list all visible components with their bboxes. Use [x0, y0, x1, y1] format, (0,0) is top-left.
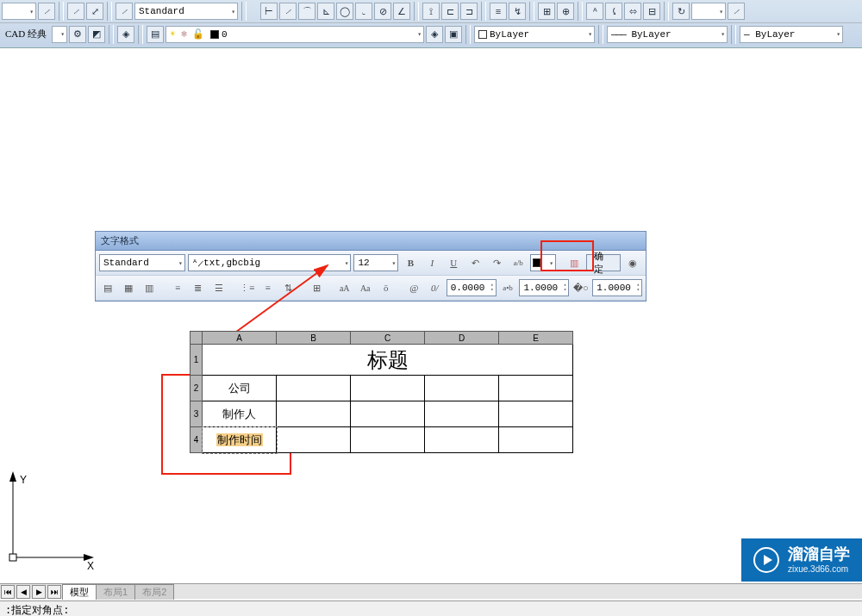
- tab-prev-icon[interactable]: ◀: [16, 585, 30, 599]
- tracking-icon[interactable]: a•b: [499, 278, 517, 297]
- dim-quick-icon[interactable]: ⟟: [422, 3, 440, 20]
- row-4[interactable]: 4: [191, 427, 203, 453]
- col-E[interactable]: E: [499, 332, 573, 345]
- col-D[interactable]: D: [425, 332, 499, 345]
- dim-override-icon[interactable]: ⟋: [728, 3, 745, 20]
- workspace-dropdown[interactable]: [52, 26, 67, 43]
- dim-diameter-icon[interactable]: ⊘: [374, 3, 391, 20]
- linetype-dropdown[interactable]: ——— ByLayer: [607, 26, 728, 43]
- lowercase-icon[interactable]: Aa: [356, 278, 374, 297]
- drawing-canvas[interactable]: [0, 52, 862, 585]
- width-factor-icon[interactable]: �○: [572, 278, 590, 297]
- ok-button[interactable]: 确定: [586, 254, 621, 271]
- tab-last-icon[interactable]: ⏭: [47, 585, 61, 599]
- cell-B2[interactable]: [277, 376, 351, 401]
- symbol-icon[interactable]: @: [405, 278, 423, 297]
- tab-model[interactable]: 模型: [62, 584, 97, 600]
- color-dropdown[interactable]: ByLayer: [474, 26, 595, 43]
- dim-style-2-icon[interactable]: ⟋: [67, 3, 84, 20]
- justify-right-icon[interactable]: ☰: [209, 278, 228, 297]
- row-3[interactable]: 3: [191, 401, 203, 427]
- text-style-dropdown[interactable]: Standard: [99, 254, 185, 271]
- justify-left-icon[interactable]: ≡: [169, 278, 187, 297]
- lineweight-dropdown[interactable]: — ByLayer: [740, 26, 843, 43]
- cell-D3[interactable]: [425, 401, 499, 427]
- ruler-icon[interactable]: ▥: [565, 253, 584, 272]
- dim-update-icon[interactable]: ↻: [672, 3, 690, 20]
- layer-dropdown[interactable]: ☀ ❄ 🔓 0: [166, 26, 424, 43]
- cell-D2[interactable]: [425, 376, 499, 401]
- command-line[interactable]: :指定对角点:: [0, 600, 862, 616]
- dim-radius-icon[interactable]: ◯: [336, 3, 353, 20]
- inspect-icon[interactable]: ᴬ: [586, 3, 603, 20]
- dim-angular-icon[interactable]: ∠: [393, 3, 410, 20]
- layer-previous-icon[interactable]: ◈: [426, 26, 443, 43]
- cell-D4[interactable]: [425, 427, 499, 453]
- title-cell[interactable]: 标题: [203, 345, 573, 376]
- dim-edit2-icon[interactable]: ⬄: [624, 3, 641, 20]
- layer-manager-icon[interactable]: ▤: [147, 26, 164, 43]
- linespace-icon[interactable]: ⇅: [279, 278, 297, 297]
- uppercase-icon[interactable]: aA: [335, 278, 353, 297]
- layer-iso-icon[interactable]: ▣: [445, 26, 462, 43]
- text-color-dropdown[interactable]: [530, 254, 556, 271]
- dim-baseline-icon[interactable]: ⊏: [441, 3, 459, 20]
- style-small-drop[interactable]: [2, 3, 36, 20]
- number-icon[interactable]: ≡: [259, 278, 277, 297]
- jog-line-icon[interactable]: ⤹: [605, 3, 622, 20]
- layer-states-icon[interactable]: ◈: [117, 26, 134, 43]
- dim-style-drop[interactable]: [691, 3, 726, 20]
- workspace-settings-icon[interactable]: ⚙: [69, 26, 86, 43]
- width-spin[interactable]: 1.0000: [592, 279, 642, 296]
- cell-C3[interactable]: [351, 401, 425, 427]
- dim-continue-icon[interactable]: ⊐: [460, 3, 478, 20]
- tab-layout1[interactable]: 布局1: [96, 584, 135, 600]
- bold-button[interactable]: B: [401, 253, 420, 272]
- col-B[interactable]: B: [277, 332, 351, 345]
- font-dropdown[interactable]: ᴬ̷ txt,gbcbig: [188, 254, 352, 271]
- workspace-gear-icon[interactable]: ◩: [88, 26, 105, 43]
- dim-linear-icon[interactable]: ⊢: [260, 3, 278, 20]
- stack-button[interactable]: a/b: [509, 253, 528, 272]
- overline-icon[interactable]: ō: [377, 278, 395, 297]
- dim-jogged-icon[interactable]: ⦦: [355, 3, 372, 20]
- oblique-spin[interactable]: 0.0000: [447, 279, 497, 296]
- tab-next-icon[interactable]: ▶: [32, 585, 46, 599]
- dim-break-icon[interactable]: ↯: [509, 3, 526, 20]
- dim-aligned-icon[interactable]: ⟋: [279, 3, 297, 20]
- dim-space-icon[interactable]: ≡: [490, 3, 507, 20]
- cell-E4[interactable]: [499, 427, 573, 453]
- cell-B4[interactable]: [277, 427, 351, 453]
- justify-center-icon[interactable]: ≣: [190, 278, 208, 297]
- cell-E3[interactable]: [499, 401, 573, 427]
- col-A[interactable]: A: [203, 332, 277, 345]
- cad-table[interactable]: A B C D E 1 标题 2 公司 3 制作人 4 制作时间: [190, 331, 573, 453]
- bullet-icon[interactable]: ⋮≡: [238, 278, 256, 297]
- cell-A2[interactable]: 公司: [203, 376, 277, 401]
- dim-arc-icon[interactable]: ⌒: [298, 3, 315, 20]
- italic-button[interactable]: I: [422, 253, 441, 272]
- redo-button[interactable]: ↷: [487, 253, 506, 272]
- tab-first-icon[interactable]: ⏮: [1, 585, 15, 599]
- underline-button[interactable]: U: [444, 253, 463, 272]
- style-dropdown[interactable]: Standard: [134, 3, 238, 20]
- align-tr-icon[interactable]: ▥: [141, 278, 159, 297]
- col-C[interactable]: C: [351, 332, 425, 345]
- align-tl-icon[interactable]: ▤: [99, 278, 117, 297]
- text-style-icon[interactable]: ⟋: [116, 3, 133, 20]
- options-button[interactable]: ◉: [623, 253, 642, 272]
- dim-tedit-icon[interactable]: ⊟: [643, 3, 660, 20]
- size-dropdown[interactable]: 12: [353, 254, 398, 271]
- cell-A3[interactable]: 制作人: [203, 401, 277, 427]
- dim-ordinate-icon[interactable]: ⊾: [317, 3, 334, 20]
- field-icon[interactable]: ⊞: [308, 278, 326, 297]
- cell-C4[interactable]: [351, 427, 425, 453]
- cell-E2[interactable]: [499, 376, 573, 401]
- undo-button[interactable]: ↶: [465, 253, 484, 272]
- row-1[interactable]: 1: [191, 345, 203, 376]
- center-mark-icon[interactable]: ⊕: [557, 3, 574, 20]
- oblique-icon[interactable]: 0/: [426, 278, 444, 297]
- tolerance-icon[interactable]: ⊞: [538, 3, 555, 20]
- tracking-spin[interactable]: 1.0000: [519, 279, 569, 296]
- dim-edit-icon[interactable]: ⤢: [86, 3, 103, 20]
